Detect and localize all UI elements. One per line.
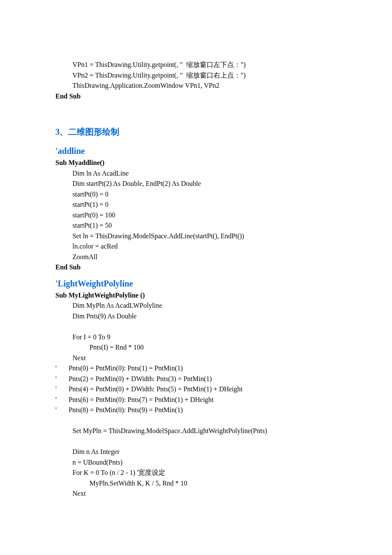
code-line: Next: [55, 489, 337, 499]
code-line: Dim Pnts(9) As Double: [55, 311, 337, 322]
code-line: ln.color = acRed: [55, 241, 337, 252]
code-line: Set MyPln = ThisDrawing.ModelSpace.AddLi…: [55, 426, 337, 436]
code-line: MyPln.SetWidth K, K / 5, Rnd * 10: [55, 478, 337, 489]
code-line-sub: Sub MyLightWeightPolyline (): [55, 290, 337, 301]
blank-line: [55, 321, 337, 332]
code-line-comment: ' Pnts(2) = PntMin(0) + DWidth: Pnts(3) …: [55, 374, 337, 384]
document-page: VPn1 = ThisDrawing.Utility.getpoint(, " …: [0, 0, 392, 542]
code-line: Set ln = ThisDrawing.ModelSpace.AddLine(…: [55, 231, 337, 242]
code-line: Dim startPt(2) As Double, EndPt(2) As Do…: [55, 179, 337, 189]
blank-line: [55, 436, 337, 447]
code-line: ThisDrawing.Application.ZoomWindow VPn1,…: [55, 81, 337, 91]
code-line: Pnts(I) = Rnd * 100: [55, 342, 337, 353]
code-line: Dim MyPln As AcadLWPolyline: [55, 301, 337, 311]
code-line-comment: ' Pnts(4) = PntMin(0) + DWidth: Pnts(5) …: [55, 384, 337, 395]
code-line: Dim n As Integer: [55, 447, 337, 457]
code-line: n = UBound(Pnts): [55, 457, 337, 468]
code-line: For I = 0 To 9: [55, 332, 337, 343]
code-line: Next: [55, 353, 337, 364]
subheading-addline: 'addline: [55, 146, 337, 156]
code-line: startPt(0) = 0: [55, 189, 337, 200]
code-line-endsub: End Sub: [55, 262, 337, 273]
code-line-comment: ' Pnts(0) = PntMin(0): Pnts(1) = PntMin(…: [55, 363, 337, 374]
code-line-sub: Sub Myaddline(): [55, 158, 337, 168]
code-line: Dim ln As AcadLine: [55, 168, 337, 179]
code-line-comment: ' Pnts(6) = PntMin(0): Pnts(7) = PntMin(…: [55, 395, 337, 405]
blank-line: [55, 416, 337, 426]
subheading-lwpolyline: 'LightWeightPolyline: [55, 279, 337, 289]
code-line-comment: ' Pnts(8) = PntMin(0): Pnts(9) = PntMin(…: [55, 405, 337, 416]
code-line: ZoomAll: [55, 252, 337, 263]
code-line: startPt(0) = 100: [55, 210, 337, 221]
code-line: VPn2 = ThisDrawing.Utility.getpoint(, " …: [55, 70, 337, 81]
section-heading: 3、二维图形绘制: [55, 126, 337, 138]
code-line: For K = 0 To (n / 2 - 1) '宽度设定: [55, 468, 337, 478]
code-line: VPn1 = ThisDrawing.Utility.getpoint(, " …: [55, 60, 337, 70]
code-line-endsub: End Sub: [55, 91, 337, 102]
code-line: startPt(1) = 50: [55, 220, 337, 231]
code-line: startPt(1) = 0: [55, 199, 337, 210]
